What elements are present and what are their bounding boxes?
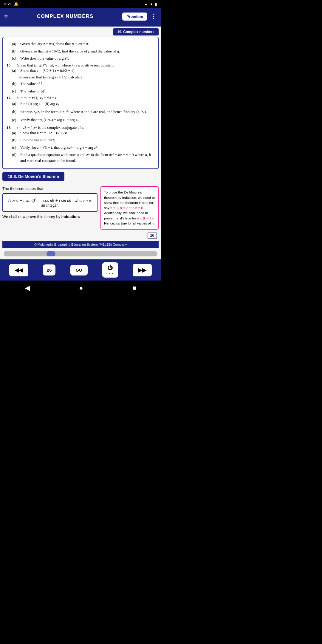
- time: 2:21: [4, 2, 12, 6]
- list-item: (a) Given that arg z = π/4, show that p …: [12, 41, 154, 47]
- list-item: (b) The value of λ.: [12, 81, 154, 87]
- premium-button[interactable]: Premium: [122, 13, 147, 21]
- power-button[interactable]: ⏻ • • •: [102, 262, 118, 278]
- footer-bar: © Multimedia E-Learning Education System…: [2, 241, 159, 248]
- chapter-tag: 19. Complex numbers: [113, 28, 159, 35]
- list-item: (c) Verify, for z = √3 − i, that arg z/z…: [12, 145, 154, 151]
- theorem-intro: The theorem states that:: [2, 186, 97, 191]
- scrollbar-track: [4, 251, 157, 256]
- forward-button[interactable]: ▶▶: [133, 264, 152, 276]
- content-area: 19. Complex numbers (a) Given that arg z…: [0, 27, 161, 259]
- nav-bar: ◀◀ 26 GO ⏻ • • • ▶▶: [0, 259, 161, 281]
- power-dots: • • •: [106, 272, 114, 275]
- android-nav: ◀ ● ■: [0, 281, 161, 295]
- exercise-box: (a) Given that arg z = π/4, show that p …: [2, 37, 159, 169]
- top-bar: ≡ COMPLEX NUMBERS Premium ⋮: [0, 8, 161, 25]
- list-item: (d) Find a quadratic equation with roots…: [12, 152, 154, 163]
- android-back-button[interactable]: ◀: [25, 284, 30, 292]
- back-button[interactable]: ◀◀: [9, 264, 28, 276]
- scrollbar-container: [2, 248, 159, 259]
- list-item: (c) Write down the value of arg z*.: [12, 55, 154, 61]
- side-note-pink3: n.: [152, 222, 155, 225]
- page-title: COMPLEX NUMBERS: [37, 13, 94, 19]
- list-item: (a) Show that z/z* = 1/2 − (√3/2)i.: [12, 130, 154, 136]
- notification-icon: 🔔: [14, 2, 18, 6]
- list-item: (b) Given also that |z| = 10√2, find the…: [12, 48, 154, 54]
- status-icons: ▲ ▲ ▮: [144, 2, 157, 6]
- android-home-button[interactable]: ●: [79, 284, 83, 292]
- list-item: (c) Verify that arg (z1/z2) = arg z1 − a…: [12, 117, 154, 123]
- list-item: (a) Find (i) arg z1 (ii) arg z2: [12, 101, 154, 107]
- signal-icon: ▲: [149, 2, 153, 6]
- wifi-icon: ▲: [144, 2, 148, 6]
- status-bar: 2:21 🔔 ▲ ▲ ▮: [0, 0, 161, 8]
- induction-text: We shall now prove this theory by induct…: [2, 214, 97, 219]
- chapter-tag-row: 19. Complex numbers: [2, 28, 159, 35]
- go-button[interactable]: GO: [70, 265, 88, 275]
- list-item: 17. z1 = −1 + i√3, z2 = √3 + i: [7, 95, 154, 101]
- list-item: (c) The value of |z|2.: [12, 88, 154, 94]
- android-recent-button[interactable]: ■: [132, 284, 136, 292]
- footer-text: © Multimedia E-Learning Education System…: [34, 243, 127, 246]
- more-options-icon[interactable]: ⋮: [150, 13, 157, 20]
- side-note-pink1: n = 1, n = 2 and n = k.: [110, 206, 144, 210]
- formula-box: (cos θ + i sin θ)n = cos nθ + i sin nθ w…: [2, 193, 97, 212]
- page-number-row: 26: [2, 232, 159, 239]
- page-number-input[interactable]: 26: [43, 264, 55, 275]
- page-number: 26: [148, 233, 157, 239]
- status-time: 2:21 🔔: [4, 2, 18, 6]
- section-heading-row: 19.8. De Moivre's theorem: [2, 172, 159, 184]
- side-note-box: To prove the De Moivre's theorem by Indu…: [100, 186, 159, 230]
- list-item: 18. z = √3 − i, z* is the complex conjug…: [7, 125, 154, 130]
- scrollbar[interactable]: [4, 251, 157, 256]
- list-item: (b) Find the value of |z/z*|.: [12, 137, 154, 143]
- list-item: (a) Show that z = (λ/2 + 1) + i(λ/2 − 1)…: [12, 68, 154, 74]
- scrollbar-thumb[interactable]: [47, 251, 55, 256]
- side-note-pink2: n = (k + 1).: [137, 216, 154, 220]
- battery-icon: ▮: [155, 2, 157, 6]
- power-icon: ⏻: [107, 265, 113, 271]
- theorem-left: The theorem states that: (cos θ + i sin …: [2, 186, 97, 219]
- hamburger-icon[interactable]: ≡: [4, 13, 8, 20]
- list-item: (b) Express z1/z2 in the form a + ib, wh…: [12, 109, 154, 115]
- side-note-text3: Hence, it's true for all values of: [104, 222, 152, 225]
- theorem-section: The theorem states that: (cos θ + i sin …: [2, 186, 159, 230]
- list-item: 16. Given that (z+2i)/(z−λi) = i, where …: [7, 63, 154, 68]
- section-heading: 19.8. De Moivre's theorem: [2, 172, 64, 181]
